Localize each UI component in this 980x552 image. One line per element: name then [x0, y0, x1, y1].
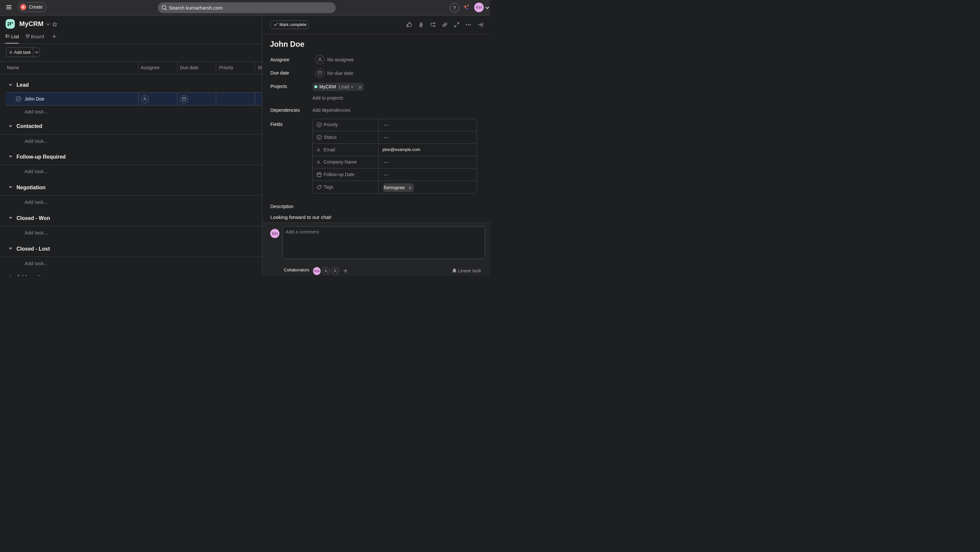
svg-text:KH: KH	[476, 5, 482, 10]
svg-text:KH: KH	[314, 269, 319, 273]
svg-text:KH: KH	[272, 231, 278, 236]
